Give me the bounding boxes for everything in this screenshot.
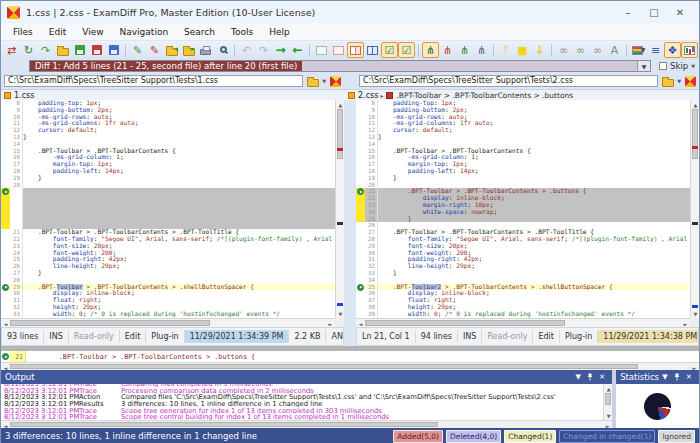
- second-file-code-area[interactable]: 8 padding-top: 1px;9 padding-bottom: 2px…: [356, 100, 690, 318]
- toolbar-line-inspector-button[interactable]: ≡: [647, 42, 664, 58]
- first-file-browse-button[interactable]: ▼: [307, 76, 326, 87]
- statistics-close-icon[interactable]: ✕: [683, 372, 695, 383]
- toolbar-layout-scheme-button[interactable]: ▼: [630, 42, 647, 58]
- toolbar-view-first-pane-only-button[interactable]: [313, 42, 330, 58]
- output-pin-icon[interactable]: [584, 372, 596, 383]
- second-file-pane[interactable]: 8 padding-top: 1px;9 padding-bottom: 2px…: [356, 100, 699, 327]
- output-row[interactable]: 8/12/2023 3:12:01 PMResults3 differences…: [1, 400, 612, 407]
- toolbar-copy-diff-left-button[interactable]: ←: [289, 42, 306, 58]
- diff-selector-combo[interactable]: Diff 1: Add 5 lines (21 - 25, second fil…: [29, 60, 651, 72]
- second-file-browse-button[interactable]: ▼: [662, 76, 681, 87]
- second-pane-vertical-scrollbar[interactable]: ▲▼: [690, 100, 699, 318]
- toolbar-copy-block-to-second-button[interactable]: ▸: [180, 42, 197, 58]
- menu-item-tools[interactable]: Tools: [223, 25, 261, 39]
- toolbar-statistics-toggle-button[interactable]: [681, 42, 698, 58]
- pane-splitter[interactable]: [344, 100, 356, 327]
- toolbar-undo-button[interactable]: ↶: [238, 42, 255, 58]
- toolbar-save-first-file-button[interactable]: [71, 42, 88, 58]
- diff-combo-dropdown[interactable]: ▼: [637, 61, 650, 71]
- diff-marker-icon[interactable]: [2, 284, 9, 291]
- toolbar-match-options-button[interactable]: A: [606, 42, 623, 58]
- menu-item-edit[interactable]: Edit: [41, 25, 74, 39]
- output-horizontal-scrollbar[interactable]: ◄►: [1, 420, 612, 428]
- output-row[interactable]: 8/12/2023 3:12:01 PMTraceScope tree gene…: [1, 407, 612, 414]
- toolbar-view-second-pane-only-button[interactable]: [330, 42, 347, 58]
- toolbar-recompare-button[interactable]: ↻: [20, 42, 37, 58]
- toolbar-find-first-occurrence-button[interactable]: ∞: [555, 42, 572, 58]
- output-dropdown-icon[interactable]: ▼: [572, 372, 584, 383]
- status-read-only[interactable]: Read-only: [481, 330, 532, 343]
- first-file-pane[interactable]: 8 padding-top: 1px;9 padding-bottom: 2px…: [1, 100, 344, 327]
- second-file-path-field[interactable]: C:\Src\ExamDiff\Specs\TreeSitter Support…: [359, 75, 658, 87]
- toolbar-search-button[interactable]: [214, 42, 231, 58]
- toolbar-save-all-button[interactable]: [105, 42, 122, 58]
- menu-item-search[interactable]: Search: [176, 25, 223, 39]
- preview-diff-line[interactable]: 21 .BPT-Toolbar > .BPT-ToolbarContents >…: [1, 351, 699, 362]
- status-ins[interactable]: INS: [43, 330, 67, 343]
- status-ins[interactable]: INS: [457, 330, 481, 343]
- diff-gutter: [356, 148, 365, 155]
- close-button[interactable]: ✕: [667, 4, 693, 20]
- toolbar-tree-filter-unique-button[interactable]: ⋔: [473, 42, 490, 58]
- status-read-only[interactable]: Read-only: [68, 330, 119, 343]
- toolbar-next-difference-button[interactable]: ↓: [531, 42, 548, 58]
- toolbar-open-files-button[interactable]: [54, 42, 71, 58]
- diff-editors: 8 padding-top: 1px;9 padding-bottom: 2px…: [1, 100, 699, 327]
- statistics-pin-icon[interactable]: [671, 372, 683, 383]
- output-row[interactable]: 8/12/2023 3:12:01 PMTraceProcessing comp…: [1, 387, 612, 394]
- toolbar-print-button[interactable]: [197, 42, 214, 58]
- skip-checkbox[interactable]: [659, 62, 667, 70]
- menu-item-view[interactable]: View: [74, 25, 111, 39]
- status-edit[interactable]: Edit: [119, 330, 146, 343]
- toolbar-plugins-button[interactable]: ❖: [664, 42, 681, 58]
- toolbar-edit-second-file-button[interactable]: ✎: [146, 42, 163, 58]
- output-close-icon[interactable]: ✕: [596, 372, 608, 383]
- skip-diff-control[interactable]: Skip ▼: [659, 61, 695, 71]
- status-edit[interactable]: Edit: [532, 330, 559, 343]
- minimize-button[interactable]: –: [615, 4, 641, 20]
- toolbar-tree-filter-different-button[interactable]: ⋔: [439, 42, 456, 58]
- toolbar-view-split-panes-button[interactable]: [347, 42, 364, 58]
- toolbar-edit-first-file-button[interactable]: ✎: [129, 42, 146, 58]
- first-pane-horizontal-scrollbar[interactable]: ◄►: [1, 318, 335, 327]
- toolbar-tree-filter-identical-button[interactable]: ⋔: [456, 42, 473, 58]
- preview-horizontal-scrollbar[interactable]: ◄►: [1, 362, 699, 370]
- toolbar-copy-diff-right-button[interactable]: →: [272, 42, 289, 58]
- status-plug-in[interactable]: Plug-in: [559, 330, 597, 343]
- toolbar-recompare-swapped-button[interactable]: ↷: [37, 42, 54, 58]
- tab-second-file[interactable]: 2.css ▸ .BPT-Toolbar > .BPT-ToolbarConte…: [345, 90, 689, 100]
- toolbar-compare-files-button[interactable]: ⇄: [3, 42, 20, 58]
- output-vertical-scrollbar[interactable]: ▲▼: [603, 384, 612, 420]
- second-pane-horizontal-scrollbar[interactable]: ◄►: [356, 318, 690, 327]
- diff-marker-icon[interactable]: [2, 188, 9, 195]
- diff-marker-icon[interactable]: [357, 284, 364, 291]
- statistics-dropdown-icon[interactable]: ▼: [659, 372, 671, 383]
- second-file-compare-icon[interactable]: [685, 76, 696, 87]
- tab-first-file[interactable]: 1.css: [1, 90, 345, 100]
- skip-dropdown-icon[interactable]: ▼: [691, 63, 695, 69]
- toolbar-view-grid-button[interactable]: [364, 42, 381, 58]
- line-number: 20: [365, 182, 378, 189]
- first-pane-vertical-scrollbar[interactable]: ▲▼: [335, 100, 344, 318]
- toolbar-previous-difference-button[interactable]: ↑: [497, 42, 514, 58]
- first-file-path-field[interactable]: C:\Src\ExamDiff\Specs\TreeSitter Support…: [4, 75, 303, 87]
- menu-item-files[interactable]: Files: [5, 25, 41, 39]
- menu-item-help[interactable]: Help: [261, 25, 298, 39]
- toolbar-find-next-button[interactable]: ∞: [589, 42, 606, 58]
- first-file-code-area[interactable]: 8 padding-top: 1px;9 padding-bottom: 2px…: [1, 100, 335, 318]
- output-row[interactable]: 8/12/2023 3:12:01 PMActionCompared files…: [1, 393, 612, 400]
- toolbar: ⇄↻↷✎✎◂▸↶↷→←☑☑⋔⋔⋔⋔↑■↓∞∞∞A▼≡❖⚙▼▾: [1, 41, 699, 59]
- maximize-button[interactable]: □: [641, 4, 667, 20]
- toolbar-toggle-line-numbers-button[interactable]: ☑: [398, 42, 415, 58]
- toolbar-copy-block-to-first-button[interactable]: ◂: [163, 42, 180, 58]
- code-line: padding-top: 1px;: [378, 100, 690, 107]
- first-file-compare-icon[interactable]: [330, 76, 341, 87]
- menu-item-navigation[interactable]: Navigation: [112, 25, 177, 39]
- toolbar-save-second-file-button[interactable]: [88, 42, 105, 58]
- toolbar-find-previous-button[interactable]: ∞: [572, 42, 589, 58]
- toolbar-toggle-sync-scroll-button[interactable]: ☑: [381, 42, 398, 58]
- toolbar-redo-button[interactable]: ↷: [255, 42, 272, 58]
- toolbar-tree-filter-all-button[interactable]: ⋔: [422, 42, 439, 58]
- status-plug-in[interactable]: Plug-in: [145, 330, 183, 343]
- toolbar-current-difference-button[interactable]: ■: [514, 42, 531, 58]
